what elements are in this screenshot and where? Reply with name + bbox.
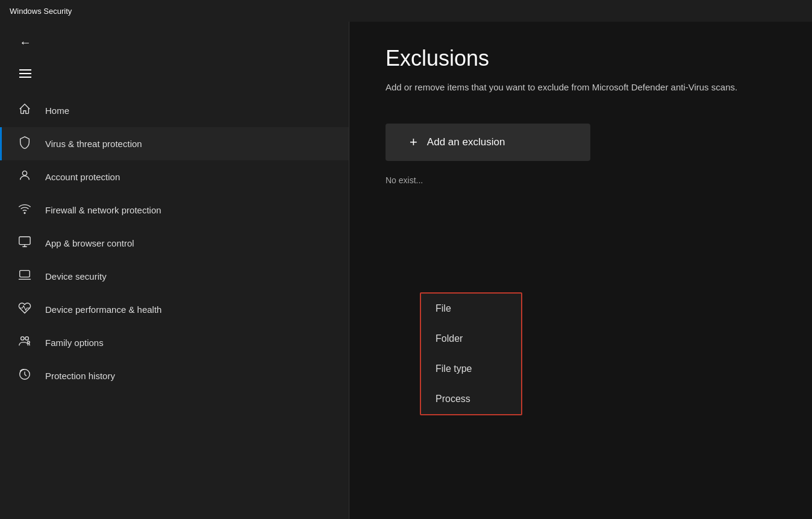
heart-icon <box>16 301 33 318</box>
exclusion-dropdown: File Folder File type Process <box>420 292 522 415</box>
nav-list: Home Virus & threat protection Account p… <box>0 89 349 519</box>
plus-icon: + <box>410 134 417 150</box>
svg-rect-2 <box>19 237 30 245</box>
sidebar-item-device-performance[interactable]: Device performance & health <box>0 293 349 326</box>
sidebar-top-controls: ← <box>0 22 349 89</box>
menu-icon-line3 <box>19 77 31 78</box>
history-icon <box>16 368 33 384</box>
sidebar-item-account-label: Account protection <box>45 172 120 182</box>
sidebar-item-app-label: App & browser control <box>45 238 134 248</box>
menu-icon-line1 <box>19 69 31 71</box>
sidebar-item-virus-threat[interactable]: Virus & threat protection <box>0 127 349 160</box>
page-description: Add or remove items that you want to exc… <box>386 81 747 95</box>
wifi-icon <box>16 202 33 218</box>
sidebar-item-device-security-label: Device security <box>45 271 107 282</box>
sidebar-item-virus-label: Virus & threat protection <box>45 139 142 149</box>
sidebar-item-device-security[interactable]: Device security <box>0 260 349 293</box>
back-button[interactable]: ← <box>14 31 36 53</box>
sidebar-item-firewall-label: Firewall & network protection <box>45 205 161 215</box>
svg-point-4 <box>21 337 25 341</box>
person-icon <box>16 169 33 185</box>
title-bar: Windows Security <box>0 0 812 22</box>
sidebar: ← Home <box>0 22 349 519</box>
family-icon <box>16 335 33 351</box>
sidebar-item-family[interactable]: Family options <box>0 326 349 359</box>
sidebar-item-home-label: Home <box>45 105 69 116</box>
no-existing-text: No exist... <box>386 175 776 185</box>
menu-icon-line2 <box>19 73 31 74</box>
svg-point-1 <box>24 212 25 213</box>
svg-point-6 <box>28 341 30 344</box>
dropdown-item-file[interactable]: File <box>421 294 521 324</box>
add-exclusion-label: Add an exclusion <box>427 136 505 148</box>
sidebar-item-home[interactable]: Home <box>0 94 349 127</box>
main-content: Exclusions Add or remove items that you … <box>349 22 812 519</box>
svg-rect-3 <box>20 271 30 277</box>
app-body: ← Home <box>0 22 812 519</box>
sidebar-item-account-protection[interactable]: Account protection <box>0 160 349 193</box>
sidebar-item-family-label: Family options <box>45 338 104 348</box>
dropdown-item-process[interactable]: Process <box>421 384 521 414</box>
monitor-icon <box>16 235 33 251</box>
sidebar-item-app-browser[interactable]: App & browser control <box>0 227 349 260</box>
shield-icon <box>16 136 33 152</box>
page-title: Exclusions <box>386 46 776 71</box>
sidebar-item-history-label: Protection history <box>45 371 115 381</box>
sidebar-item-protection-history[interactable]: Protection history <box>0 359 349 392</box>
dropdown-item-file-type[interactable]: File type <box>421 354 521 384</box>
dropdown-item-folder[interactable]: Folder <box>421 324 521 354</box>
svg-point-5 <box>25 337 28 341</box>
add-exclusion-button[interactable]: + Add an exclusion <box>386 124 590 161</box>
sidebar-item-firewall[interactable]: Firewall & network protection <box>0 193 349 227</box>
svg-point-0 <box>22 171 27 175</box>
laptop-icon <box>16 268 33 285</box>
home-icon <box>16 102 33 119</box>
app-title: Windows Security <box>10 7 72 16</box>
menu-button[interactable] <box>14 63 36 84</box>
sidebar-item-device-health-label: Device performance & health <box>45 304 161 315</box>
